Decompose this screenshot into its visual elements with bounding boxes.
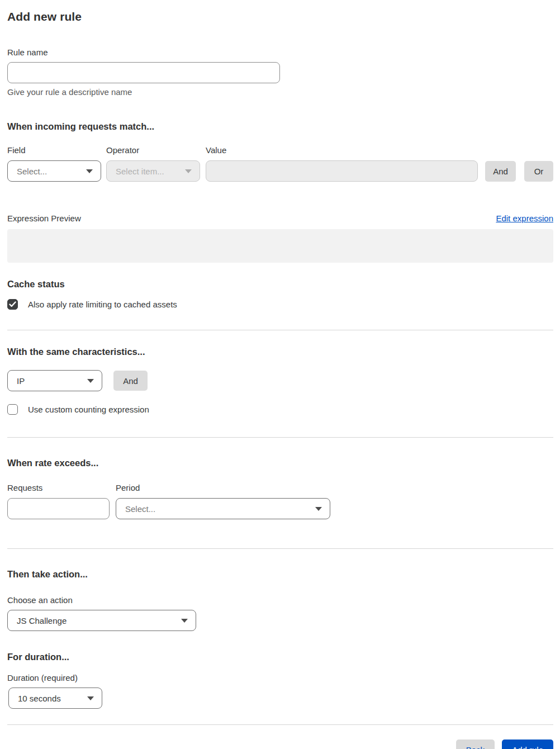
divider [7, 437, 553, 438]
checkmark-icon [9, 301, 16, 307]
rule-name-label: Rule name [7, 48, 553, 57]
characteristics-and-button[interactable]: And [113, 371, 148, 391]
characteristics-row: IP And [7, 370, 553, 391]
operator-label: Operator [106, 145, 200, 155]
choose-action-label: Choose an action [7, 595, 553, 605]
requests-input[interactable] [7, 498, 110, 519]
match-row: Field Select... Operator Select item... … [7, 145, 553, 182]
characteristics-heading: With the same characteristics... [7, 347, 553, 357]
period-column: Period Select... [116, 483, 330, 519]
chevron-down-icon [185, 169, 192, 173]
field-column: Field Select... [7, 145, 101, 182]
rule-name-helper: Give your rule a descriptive name [7, 87, 553, 97]
field-label: Field [7, 145, 101, 155]
cached-assets-checkbox[interactable] [7, 299, 18, 310]
chevron-down-icon [315, 507, 322, 511]
operator-column: Operator Select item... [106, 145, 200, 182]
divider [7, 548, 553, 549]
rate-row: Requests Period Select... [7, 483, 553, 519]
expression-preview-row: Expression Preview Edit expression [7, 214, 553, 223]
counting-expression-row: Use custom counting expression [7, 404, 553, 415]
operator-select: Select item... [106, 160, 200, 182]
cache-status-heading: Cache status [7, 279, 553, 290]
rate-heading: When rate exceeds... [7, 458, 553, 468]
action-select-value: JS Challenge [17, 616, 67, 625]
expression-preview-box [7, 229, 553, 263]
period-select[interactable]: Select... [116, 498, 330, 519]
field-select-value: Select... [17, 167, 47, 176]
and-button[interactable]: And [485, 161, 516, 182]
value-column: Value [206, 145, 478, 182]
or-button[interactable]: Or [524, 161, 553, 182]
duration-select-value: 10 seconds [18, 694, 61, 703]
requests-column: Requests [7, 483, 110, 519]
chevron-down-icon [87, 379, 94, 383]
divider [7, 724, 553, 725]
rule-name-input[interactable] [7, 62, 280, 83]
chevron-down-icon [86, 169, 93, 173]
duration-label: Duration (required) [7, 673, 553, 682]
value-input [206, 160, 478, 182]
rule-name-section: Rule name Give your rule a descriptive n… [7, 48, 553, 97]
page-title: Add new rule [7, 10, 553, 23]
back-button[interactable]: Back [456, 739, 495, 749]
period-select-value: Select... [125, 504, 155, 514]
custom-counting-checkbox[interactable] [7, 404, 18, 415]
cache-checkbox-row: Also apply rate limiting to cached asset… [7, 299, 553, 310]
action-heading: Then take action... [7, 569, 553, 580]
cached-assets-checkbox-label: Also apply rate limiting to cached asset… [28, 300, 177, 309]
chevron-down-icon [87, 696, 94, 700]
add-rule-form: Add new rule Rule name Give your rule a … [0, 0, 560, 749]
characteristic-select[interactable]: IP [7, 370, 102, 391]
field-select[interactable]: Select... [7, 160, 101, 182]
edit-expression-link[interactable]: Edit expression [496, 214, 553, 223]
expression-preview-label: Expression Preview [7, 214, 81, 223]
divider [7, 330, 553, 330]
characteristic-select-value: IP [17, 376, 25, 386]
duration-heading: For duration... [7, 652, 553, 662]
requests-label: Requests [7, 483, 110, 492]
chevron-down-icon [181, 619, 188, 623]
add-rule-button[interactable]: Add rule [502, 739, 553, 749]
value-label: Value [206, 145, 478, 155]
match-section-heading: When incoming requests match... [7, 121, 553, 132]
custom-counting-checkbox-label: Use custom counting expression [28, 405, 149, 414]
duration-select[interactable]: 10 seconds [8, 688, 102, 709]
footer-actions: Back Add rule [7, 739, 553, 749]
operator-select-value: Select item... [116, 167, 164, 176]
period-label: Period [116, 483, 330, 492]
action-select[interactable]: JS Challenge [7, 610, 196, 631]
